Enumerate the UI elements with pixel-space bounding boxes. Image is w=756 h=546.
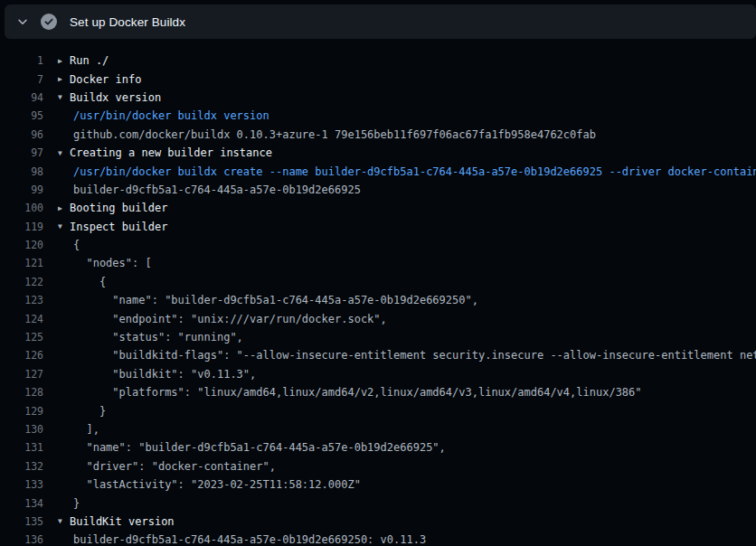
log-line-text: "endpoint": "unix:///var/run/docker.sock… <box>73 313 387 325</box>
line-number[interactable]: 95 <box>0 109 43 122</box>
log-line-text: Run ./ <box>70 54 109 67</box>
log-line: 131 "name": "builder-d9cfb5a1-c764-445a-… <box>0 438 756 457</box>
log-line-text: github.com/docker/buildx 0.10.3+azure-1 … <box>73 128 596 141</box>
log-line[interactable]: 94 ▼ Buildx version <box>0 89 756 107</box>
log-line-text: } <box>73 405 106 418</box>
log-line: 96 github.com/docker/buildx 0.10.3+azure… <box>0 126 756 144</box>
log-line: 128 "platforms": "linux/amd64,linux/amd6… <box>0 383 756 401</box>
line-number[interactable]: 129 <box>0 405 43 418</box>
line-number[interactable]: 134 <box>0 497 43 510</box>
chevron-down-icon[interactable] <box>16 15 29 28</box>
log-line-text: BuildKit version <box>70 515 175 528</box>
line-number[interactable]: 123 <box>0 294 43 306</box>
step-title: Set up Docker Buildx <box>70 15 185 29</box>
line-number[interactable]: 127 <box>0 368 43 381</box>
log-line-text: "nodes": [ <box>73 257 152 269</box>
line-number[interactable]: 125 <box>0 331 43 344</box>
log-line[interactable]: 7 ▶ Docker info <box>0 70 756 88</box>
step-header[interactable]: Set up Docker Buildx <box>5 5 756 39</box>
line-number[interactable]: 121 <box>0 257 43 269</box>
log-line-text: "status": "running", <box>73 331 243 344</box>
line-number[interactable]: 120 <box>0 239 43 251</box>
group-toggle-icon[interactable]: ▼ <box>58 149 70 157</box>
line-number[interactable]: 96 <box>0 128 43 141</box>
line-number[interactable]: 136 <box>0 533 43 546</box>
group-toggle-icon[interactable]: ▼ <box>58 517 70 525</box>
group-toggle-icon[interactable]: ▶ <box>58 75 70 83</box>
group-toggle-icon[interactable]: ▼ <box>58 93 70 101</box>
log-line: 120 { <box>0 236 756 254</box>
log-line[interactable]: 1 ▶ Run ./ <box>0 52 756 70</box>
log-line[interactable]: 100 ▶ Booting builder <box>0 199 756 217</box>
log-line: 136 builder-d9cfb5a1-c764-445a-a57e-0b19… <box>0 531 756 546</box>
log-line-text: "name": "builder-d9cfb5a1-c764-445a-a57e… <box>73 294 478 306</box>
log-line-text: "driver": "docker-container", <box>73 460 276 473</box>
log-line-text: } <box>73 497 80 510</box>
line-number[interactable]: 98 <box>0 165 43 178</box>
log-line: 126 "buildkitd-flags": "--allow-insecure… <box>0 346 756 364</box>
log-line-text: Creating a new builder instance <box>70 146 272 159</box>
log-viewer: 1 ▶ Run ./ 7 ▶ Docker info 94 ▼ Buildx v… <box>0 39 756 546</box>
log-line-text: "buildkit": "v0.11.3", <box>73 368 256 381</box>
line-number[interactable]: 94 <box>0 91 43 104</box>
log-line-text: { <box>73 239 80 251</box>
log-line-text: /usr/bin/docker buildx version <box>73 109 269 122</box>
log-line-text: "name": "builder-d9cfb5a1-c764-445a-a57e… <box>73 441 446 454</box>
group-toggle-icon[interactable]: ▶ <box>58 204 70 212</box>
log-line-text: /usr/bin/docker buildx create --name bui… <box>73 165 756 178</box>
log-line-text: builder-d9cfb5a1-c764-445a-a57e-0b19d2e6… <box>73 533 426 546</box>
line-number[interactable]: 97 <box>0 146 43 159</box>
log-line: 134 } <box>0 494 756 512</box>
group-toggle-icon[interactable]: ▼ <box>58 222 70 231</box>
log-line-text: ], <box>73 423 99 436</box>
log-line[interactable]: 97 ▼ Creating a new builder instance <box>0 144 756 162</box>
log-line: 95 /usr/bin/docker buildx version <box>0 107 756 125</box>
line-number[interactable]: 130 <box>0 423 43 436</box>
log-line: 99 builder-d9cfb5a1-c764-445a-a57e-0b19d… <box>0 181 756 199</box>
line-number[interactable]: 128 <box>0 386 43 399</box>
log-line: 129 } <box>0 401 756 419</box>
log-line-text: "lastActivity": "2023-02-25T11:58:12.000… <box>73 478 361 491</box>
log-line-text: { <box>73 276 106 288</box>
group-toggle-icon[interactable]: ▶ <box>58 57 70 65</box>
log-line: 133 "lastActivity": "2023-02-25T11:58:12… <box>0 475 756 494</box>
check-circle-icon <box>41 14 57 30</box>
line-number[interactable]: 7 <box>0 73 43 86</box>
log-line: 124 "endpoint": "unix:///var/run/docker.… <box>0 309 756 327</box>
line-number[interactable]: 1 <box>0 54 43 67</box>
line-number[interactable]: 135 <box>0 515 43 528</box>
log-line-text: "buildkitd-flags": "--allow-insecure-ent… <box>73 349 756 362</box>
log-line-text: Inspect builder <box>70 221 167 233</box>
log-line-text: builder-d9cfb5a1-c764-445a-a57e-0b19d2e6… <box>73 184 361 196</box>
log-line[interactable]: 135 ▼ BuildKit version <box>0 513 756 531</box>
line-number[interactable]: 122 <box>0 276 43 288</box>
log-line: 132 "driver": "docker-container", <box>0 457 756 475</box>
line-number[interactable]: 132 <box>0 460 43 473</box>
log-line[interactable]: 119 ▼ Inspect builder <box>0 218 756 236</box>
log-line-text: Docker info <box>70 73 141 86</box>
log-line-text: Booting builder <box>70 202 167 214</box>
line-number[interactable]: 119 <box>0 221 43 233</box>
log-line: 127 "buildkit": "v0.11.3", <box>0 365 756 383</box>
line-number[interactable]: 133 <box>0 478 43 491</box>
line-number[interactable]: 100 <box>0 202 43 214</box>
log-line: 121 "nodes": [ <box>0 254 756 272</box>
log-line: 125 "status": "running", <box>0 328 756 346</box>
log-line: 122 { <box>0 273 756 291</box>
log-line-text: "platforms": "linux/amd64,linux/amd64/v2… <box>73 386 642 399</box>
line-number[interactable]: 124 <box>0 313 43 325</box>
log-line-text: Buildx version <box>70 91 161 104</box>
line-number[interactable]: 99 <box>0 184 43 196</box>
log-line: 123 "name": "builder-d9cfb5a1-c764-445a-… <box>0 291 756 309</box>
log-line: 98 /usr/bin/docker buildx create --name … <box>0 162 756 180</box>
line-number[interactable]: 126 <box>0 349 43 362</box>
line-number[interactable]: 131 <box>0 441 43 454</box>
log-line: 130 ], <box>0 420 756 438</box>
